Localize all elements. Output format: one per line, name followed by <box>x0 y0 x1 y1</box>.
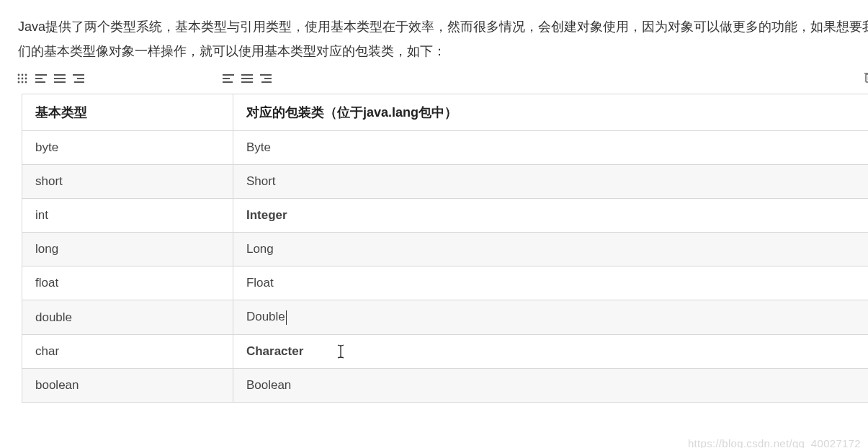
svg-point-7 <box>22 81 24 84</box>
cell-primitive[interactable]: float <box>22 266 233 300</box>
edit-caret <box>286 310 287 325</box>
table-row[interactable]: shortShort <box>22 165 869 199</box>
align-justify-icon[interactable] <box>53 72 66 85</box>
cell-wrapper[interactable]: Character <box>233 334 868 368</box>
watermark-text: https://blog.csdn.net/qq_40027172 <box>688 437 861 448</box>
cell-wrapper[interactable]: Boolean <box>233 368 868 402</box>
svg-point-1 <box>22 74 24 76</box>
cell-primitive[interactable]: byte <box>22 131 233 165</box>
trash-icon[interactable] <box>864 71 868 86</box>
align-right-icon[interactable] <box>259 72 272 85</box>
align-left-icon[interactable] <box>222 72 235 85</box>
table-body: byteByteshortShortintIntegerlongLongfloa… <box>22 131 869 403</box>
table-header-row: 基本类型 对应的包装类（位于java.lang包中） <box>22 94 869 131</box>
svg-point-3 <box>18 78 20 80</box>
cell-wrapper[interactable]: Integer <box>233 199 868 233</box>
cell-primitive[interactable]: double <box>22 300 233 335</box>
toolbar-group-left <box>16 72 85 85</box>
svg-point-5 <box>25 78 27 80</box>
header-wrapper: 对应的包装类（位于java.lang包中） <box>233 94 868 131</box>
table-row[interactable]: doubleDouble <box>22 300 869 335</box>
table-toolbar <box>14 69 868 91</box>
cell-wrapper[interactable]: Long <box>233 233 868 266</box>
svg-point-8 <box>25 81 27 84</box>
cell-primitive[interactable]: long <box>22 233 233 266</box>
cell-wrapper[interactable]: Byte <box>233 131 868 165</box>
wrapper-class-table[interactable]: 基本类型 对应的包装类（位于java.lang包中） byteByteshort… <box>22 94 868 403</box>
intro-paragraph: Java提供了两个类型系统，基本类型与引用类型，使用基本类型在于效率，然而很多情… <box>14 14 868 63</box>
header-primitive: 基本类型 <box>22 94 233 131</box>
table-row[interactable]: byteByte <box>22 131 869 165</box>
table-row[interactable]: floatFloat <box>22 266 869 300</box>
toolbar-group-right <box>222 72 272 85</box>
table-row[interactable]: booleanBoolean <box>22 368 869 402</box>
svg-point-2 <box>25 74 27 76</box>
cell-wrapper[interactable]: Double <box>233 300 868 335</box>
table-row[interactable]: longLong <box>22 233 869 266</box>
cell-primitive[interactable]: int <box>22 199 233 233</box>
cell-primitive[interactable]: short <box>22 165 233 199</box>
align-justify-icon[interactable] <box>241 72 254 85</box>
table-row[interactable]: intInteger <box>22 199 869 233</box>
drag-handle-icon[interactable] <box>16 72 29 85</box>
svg-point-0 <box>18 74 20 76</box>
align-left-icon[interactable] <box>35 72 48 85</box>
svg-point-6 <box>18 81 20 84</box>
cell-primitive[interactable]: boolean <box>22 368 233 402</box>
cell-wrapper[interactable]: Short <box>233 165 868 199</box>
align-right-icon[interactable] <box>72 72 85 85</box>
cell-primitive[interactable]: char <box>22 334 233 368</box>
svg-point-4 <box>22 78 24 80</box>
table-row[interactable]: charCharacter <box>22 334 869 368</box>
cell-wrapper[interactable]: Float <box>233 266 868 300</box>
